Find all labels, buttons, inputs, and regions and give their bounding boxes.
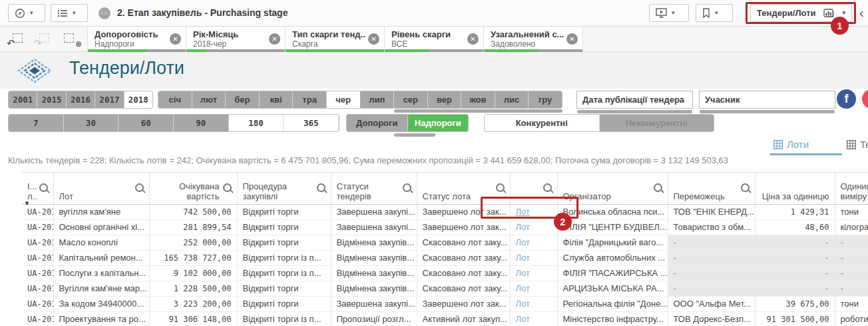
- cell-organizer[interactable]: Міністерство інфрастру...: [557, 311, 668, 326]
- cell-tender-status[interactable]: Завершена закупі...: [331, 296, 417, 311]
- cell-lot-link[interactable]: Лот: [510, 311, 557, 326]
- cell-organizer[interactable]: Регіональна філія "Доне...: [557, 296, 668, 311]
- cell-lot-id[interactable]: UA-201...: [22, 281, 53, 296]
- cell-winner[interactable]: ТОВ "ЕНІК ЕНЕРД...: [668, 204, 755, 219]
- month-button-вер[interactable]: вер: [428, 91, 462, 108]
- cell-lot[interactable]: Основні органічні хі...: [53, 219, 149, 235]
- lot-detail-link[interactable]: Лот: [516, 237, 530, 247]
- year-button-2001[interactable]: 2001: [9, 91, 37, 108]
- cell-organizer[interactable]: Волинська обласна пси...: [557, 204, 668, 219]
- app-info-icon[interactable]: ⋯: [99, 7, 110, 19]
- chip-clear-icon[interactable]: ✕: [170, 33, 181, 45]
- participant-listbox[interactable]: Учасник: [699, 91, 835, 109]
- cell-lot-id[interactable]: UA-201...: [22, 296, 53, 311]
- cell-lot-link[interactable]: Лот: [510, 265, 557, 281]
- period-button-90[interactable]: 90: [174, 115, 229, 131]
- cell-lot-status[interactable]: Скасовано лот заку...: [417, 235, 510, 250]
- cell-unit[interactable]: роботи: [835, 311, 868, 326]
- cell-unit[interactable]: тони: [835, 296, 868, 311]
- cell-organizer[interactable]: АРЦИЗЬКА МІСЬКА РА...: [557, 281, 668, 296]
- sheet-selector-button[interactable]: Тендери/Лоти ▾: [750, 4, 852, 22]
- cell-winner[interactable]: -: [668, 235, 755, 250]
- selection-chip[interactable]: Рівень скаргиВСЕ✕: [385, 27, 484, 52]
- selection-chip[interactable]: Тип скарги тенд...Скарга✕: [286, 27, 385, 52]
- period-button-60[interactable]: 60: [118, 115, 174, 131]
- bookmarks-button[interactable]: ▾: [696, 4, 733, 22]
- cell-expected-value[interactable]: 281 899,54: [149, 219, 237, 235]
- cell-lot-id[interactable]: UA-201...: [22, 311, 53, 326]
- chip-clear-icon[interactable]: ✕: [467, 33, 479, 45]
- cell-expected-value[interactable]: 165 738 727,00: [149, 250, 237, 265]
- cell-unit[interactable]: -: [835, 235, 868, 250]
- competition-button-неконкурентні[interactable]: Неконкурентні: [600, 115, 714, 131]
- cell-expected-value[interactable]: 742 500,00: [149, 204, 237, 219]
- month-button-лип[interactable]: лип: [360, 91, 394, 108]
- cell-lot-id[interactable]: UA-201...: [22, 250, 53, 265]
- search-icon[interactable]: [317, 183, 326, 192]
- lot-detail-link[interactable]: Лот: [516, 207, 530, 217]
- cell-lot-link[interactable]: Лот: [510, 235, 557, 250]
- undo-selection-button[interactable]: ↶: [7, 33, 23, 46]
- cell-unit[interactable]: -: [835, 250, 868, 265]
- cell-organizer[interactable]: Філія "Дарницький ваго...: [557, 235, 668, 250]
- cell-expected-value[interactable]: 91 306 148,00: [149, 311, 237, 326]
- cell-lot-status[interactable]: Скасовано лот заку...: [417, 250, 510, 265]
- cell-lot[interactable]: Вугілля кам'яне мар...: [53, 281, 149, 296]
- column-header-expected-value[interactable]: Очікуванавартість: [149, 173, 237, 204]
- cell-unit-price[interactable]: -: [755, 265, 835, 281]
- cell-lot-id[interactable]: UA-201...: [22, 235, 53, 250]
- lot-detail-link[interactable]: Лот: [516, 268, 530, 278]
- selection-chip[interactable]: Узагальнений с...Задоволено✕: [484, 27, 583, 52]
- cell-lot[interactable]: Послуги з капітальн...: [53, 265, 149, 281]
- cell-expected-value[interactable]: 9 102 000,00: [149, 265, 237, 281]
- cell-unit[interactable]: -: [835, 265, 868, 281]
- selection-chip[interactable]: ДопороговістьНадпороги✕: [87, 27, 186, 52]
- cell-procedure[interactable]: Відкриті торги: [237, 281, 331, 296]
- lot-detail-link[interactable]: Лот: [516, 283, 530, 293]
- period-button-365[interactable]: 365: [284, 115, 339, 131]
- period-button-180[interactable]: 180: [229, 115, 284, 131]
- cell-lot-link[interactable]: Лот: [510, 296, 557, 311]
- cell-lot-status[interactable]: Скасовано лот заку...: [417, 265, 510, 281]
- column-header-lot[interactable]: Лот: [53, 173, 149, 204]
- cell-lot-status[interactable]: Активний лот закуп...: [417, 311, 510, 326]
- cell-procedure[interactable]: Відкриті торги із п...: [237, 311, 331, 326]
- cell-winner[interactable]: -: [668, 250, 755, 265]
- cell-winner[interactable]: ТОВ Дорекс-Безп...: [668, 311, 755, 326]
- column-header-organizer[interactable]: Організатор: [557, 173, 668, 204]
- column-header-unit-price[interactable]: Ціна за одиницю: [755, 173, 835, 204]
- sheets-menu-button[interactable]: ▾: [51, 4, 88, 22]
- cell-unit[interactable]: -: [835, 281, 868, 296]
- year-button-2015[interactable]: 2015: [37, 91, 66, 108]
- selection-chip[interactable]: Рік-Місяць2018-чер✕: [186, 27, 286, 52]
- collapse-toolbar-chevron[interactable]: ‹: [859, 4, 864, 21]
- search-icon[interactable]: [39, 183, 48, 192]
- cell-lot[interactable]: вугілля кам'яне: [53, 204, 149, 219]
- cell-winner[interactable]: Товариство з обм...: [668, 219, 755, 235]
- cell-winner[interactable]: -: [668, 265, 755, 281]
- column-header-lot-status[interactable]: Статус лота: [417, 173, 510, 204]
- participant-listbox-scrollbar[interactable]: [700, 110, 835, 113]
- cell-procedure[interactable]: Відкриті торги: [237, 296, 331, 311]
- clear-selections-button[interactable]: ⊗: [63, 33, 79, 46]
- cell-expected-value[interactable]: 3 223 200,00: [149, 296, 237, 311]
- lot-detail-link[interactable]: Лот: [516, 222, 530, 232]
- search-icon[interactable]: [741, 183, 750, 192]
- cell-organizer[interactable]: ФІЛІЯ "ПАСАЖИРСЬКА ...: [557, 265, 668, 281]
- period-button-30[interactable]: 30: [64, 115, 119, 131]
- threshold-scrollbar[interactable]: [394, 133, 435, 137]
- search-icon[interactable]: [543, 183, 552, 192]
- month-button-бер[interactable]: бер: [226, 91, 260, 108]
- cell-expected-value[interactable]: 1 228 500,00: [149, 281, 237, 296]
- cell-procedure[interactable]: Відкриті торги: [237, 235, 331, 250]
- lot-detail-link[interactable]: Лот: [516, 299, 530, 309]
- facebook-icon[interactable]: f: [837, 89, 856, 109]
- cell-lot-status[interactable]: Завершено лот зак...: [417, 296, 510, 311]
- cell-lot-status[interactable]: Завершено лот зак...: [417, 219, 510, 235]
- cell-lot-status[interactable]: Завершено лот зак...: [417, 204, 510, 219]
- tender-publication-date-listbox[interactable]: Дата публікації тендера: [576, 91, 693, 109]
- column-header-lot-link[interactable]: [510, 173, 557, 204]
- cell-tender-status[interactable]: Відмінена закупів...: [331, 281, 417, 296]
- cell-tender-status[interactable]: Відмінена закупів...: [331, 265, 417, 281]
- month-button-жов[interactable]: жов: [461, 91, 495, 108]
